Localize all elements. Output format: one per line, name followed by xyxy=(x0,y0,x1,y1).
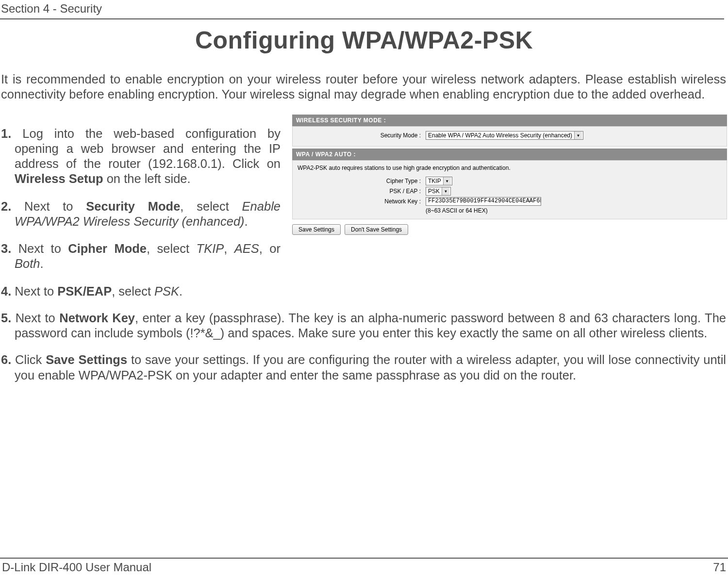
step-3: 3. Next to Cipher Mode, select TKIP, AES… xyxy=(1,241,281,271)
step-number: 1. xyxy=(1,127,11,140)
step-bold: Wireless Setup xyxy=(15,172,103,185)
bottom-divider xyxy=(0,558,728,559)
step-text: Next to xyxy=(11,311,59,325)
psk-eap-select[interactable]: PSK ▼ xyxy=(426,187,451,196)
step-number: 2. xyxy=(1,199,11,213)
panel-body-security-mode: Security Mode : Enable WPA / WPA2 Auto W… xyxy=(292,126,727,147)
step-bold: Cipher Mode xyxy=(68,242,147,255)
security-mode-select[interactable]: Enable WPA / WPA2 Auto Wireless Security… xyxy=(426,131,583,140)
step-text: Next to xyxy=(11,242,68,255)
step-italic: TKIP xyxy=(197,242,224,255)
chevron-down-icon: ▼ xyxy=(443,177,451,185)
panel-header-security-mode: WIRELESS SECURITY MODE : xyxy=(292,115,727,126)
intro-paragraph: It is recommended to enable encryption o… xyxy=(1,72,726,102)
step-number: 3. xyxy=(1,242,11,255)
chevron-down-icon: ▼ xyxy=(574,132,582,139)
step-2: 2. Next to Security Mode, select Enable … xyxy=(1,199,281,229)
section-label: Section 4 - Security xyxy=(0,2,724,16)
security-mode-label: Security Mode : xyxy=(297,132,426,139)
panel-header-wpa-auto: WPA / WPA2 AUTO : xyxy=(292,149,727,160)
step-text: . xyxy=(245,215,248,228)
step-bold: PSK/EAP xyxy=(57,284,112,298)
step-4: 4. Next to PSK/EAP, select PSK. xyxy=(1,284,281,299)
step-text: , or xyxy=(259,242,281,255)
step-text: on the left side. xyxy=(103,172,191,185)
step-text: , xyxy=(224,242,234,255)
network-key-input[interactable]: FF23D35E79B0019FF442904CE04EAAF6BC15 xyxy=(426,197,541,206)
step-number: 5. xyxy=(1,311,11,325)
step-text: Next to xyxy=(11,284,57,298)
page-title: Configuring WPA/WPA2-PSK xyxy=(0,26,728,54)
step-italic: AES xyxy=(234,242,259,255)
step-number: 4. xyxy=(1,284,11,298)
step-number: 6. xyxy=(1,353,11,366)
step-bold: Save Settings xyxy=(46,353,127,366)
step-text: . xyxy=(179,284,182,298)
footer-manual-title: D-Link DIR-400 User Manual xyxy=(2,561,151,574)
page-number: 71 xyxy=(713,561,726,574)
security-mode-value: Enable WPA / WPA2 Auto Wireless Security… xyxy=(428,132,572,139)
step-italic: PSK xyxy=(154,284,179,298)
network-key-label: Network Key : xyxy=(297,198,426,205)
step-5: 5. Next to Network Key, enter a key (pas… xyxy=(1,311,726,341)
psk-eap-value: PSK xyxy=(428,188,440,195)
step-text: Next to xyxy=(11,199,86,213)
step-text: , select xyxy=(112,284,154,298)
top-divider xyxy=(0,18,724,19)
step-italic: Both xyxy=(15,257,40,270)
step-text: Click xyxy=(11,353,46,366)
panel-body-wpa-auto: WPA2-PSK auto requires stations to use h… xyxy=(292,160,727,219)
router-config-panel: WIRELESS SECURITY MODE : Security Mode :… xyxy=(292,115,727,235)
step-text: Log into the web-based configuration by … xyxy=(11,127,281,170)
step-text: . xyxy=(40,257,43,270)
step-1: 1. Log into the web-based configuration … xyxy=(1,126,281,186)
network-key-hint: (8~63 ASCII or 64 HEX) xyxy=(426,207,723,214)
step-bold: Security Mode xyxy=(86,199,180,213)
save-settings-button[interactable]: Save Settings xyxy=(292,224,341,235)
dont-save-settings-button[interactable]: Don't Save Settings xyxy=(345,224,408,235)
cipher-type-value: TKIP xyxy=(428,178,441,184)
wpa-description: WPA2-PSK auto requires stations to use h… xyxy=(297,164,723,175)
step-6: 6. Click Save Settings to save your sett… xyxy=(1,352,726,382)
cipher-type-select[interactable]: TKIP ▼ xyxy=(426,177,452,185)
step-bold: Network Key xyxy=(59,311,135,325)
cipher-type-label: Cipher Type : xyxy=(297,178,426,184)
step-text: , select xyxy=(147,242,197,255)
psk-eap-label: PSK / EAP : xyxy=(297,188,426,195)
chevron-down-icon: ▼ xyxy=(442,187,449,195)
step-text: , select xyxy=(180,199,242,213)
